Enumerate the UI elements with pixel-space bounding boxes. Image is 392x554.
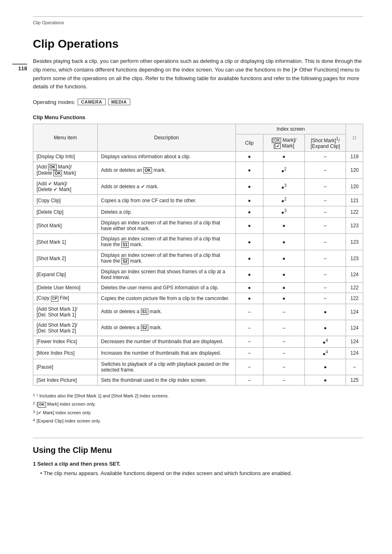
- clip-menu-functions-title: Clip Menu Functions: [33, 114, 363, 120]
- table-row: [Set Index Picture] Sets the thumbnail u…: [33, 375, 363, 385]
- col-book: □: [346, 124, 363, 152]
- table-row: [Add ✔ Mark]/[Delete ✔ Mark] Adds or del…: [33, 179, 363, 195]
- section2-title: Using the Clip Menu: [33, 446, 363, 455]
- step1-bullet: The clip menu appears. Available functio…: [40, 470, 292, 476]
- clip-menu-table: Menu item Description Index screen □ Cli…: [33, 124, 363, 385]
- col-ok-mark: [OK Mark]/[✔ Mark]: [263, 134, 304, 152]
- table-row: [Shot Mark] Displays an index screen of …: [33, 218, 363, 234]
- step1-label: 1 Select a clip and then press SET.: [33, 461, 363, 467]
- table-row: [Add Shot Mark 2]/[Del. Shot Mark 2] Add…: [33, 320, 363, 336]
- footnotes: 1 ¹ Includes also the [Shot Mark 1] and …: [33, 392, 363, 425]
- col-menu-item: Menu item: [33, 124, 98, 152]
- table-row: [Pause] Switches to playback of a clip w…: [33, 359, 363, 375]
- operating-modes-label: Operating modes:: [33, 99, 75, 105]
- table-row: [More Index Pics] Increases the number o…: [33, 347, 363, 359]
- table-row: [Add OK Mark]/[Delete OK Mark] Adds or d…: [33, 162, 363, 179]
- page: Clip Operations 118 Clip Operations Besi…: [0, 0, 392, 554]
- top-rule: [33, 16, 363, 17]
- table-row: [Shot Mark 1] Displays an index screen o…: [33, 234, 363, 250]
- step1-detail: The clip menu appears. Available functio…: [33, 469, 363, 478]
- section-divider: [33, 438, 363, 438]
- operating-modes: Operating modes: CAMERA MEDIA: [33, 99, 363, 105]
- footnote-2: 2 [OK Mark] index screen only.: [33, 400, 363, 409]
- col-shot-mark: [Shot Mark]1/[Expand Clip]: [304, 134, 346, 152]
- breadcrumb: Clip Operations: [33, 20, 363, 25]
- table-row: [Delete User Memo] Deletes the user memo…: [33, 283, 363, 293]
- table-row: [Expand Clip] Displays an index screen t…: [33, 267, 363, 283]
- page-number: 118: [12, 64, 27, 72]
- footnote-3: 3 [✔ Mark] index screen only.: [33, 409, 363, 417]
- page-title: Clip Operations: [33, 37, 363, 51]
- footnote-4: 4 [Expand Clip] index screen only.: [33, 417, 363, 425]
- footnote-1: 1 ¹ Includes also the [Shot Mark 1] and …: [33, 392, 363, 400]
- table-row: [Copy CP File] Copies the custom picture…: [33, 293, 363, 304]
- table-row: [Delete Clip] Deletes a clip. ● ●3 – 122: [33, 206, 363, 218]
- media-mode-badge: MEDIA: [108, 99, 130, 105]
- table-row: [Add Shot Mark 1]/[Del. Shot Mark 1] Add…: [33, 304, 363, 320]
- table-row: [Copy Clip] Copies a clip from one CF ca…: [33, 195, 363, 206]
- camera-mode-badge: CAMERA: [78, 99, 105, 105]
- intro-text: Besides playing back a clip, you can per…: [33, 57, 363, 91]
- col-clip: Clip: [235, 134, 263, 152]
- table-row: [Display Clip Info] Displays various inf…: [33, 152, 363, 162]
- col-index-screen: Index screen: [235, 124, 346, 134]
- table-row: [Fewer Index Pics] Decreases the number …: [33, 336, 363, 347]
- col-description: Description: [97, 124, 235, 152]
- table-row: [Shot Mark 2] Displays an index screen o…: [33, 250, 363, 267]
